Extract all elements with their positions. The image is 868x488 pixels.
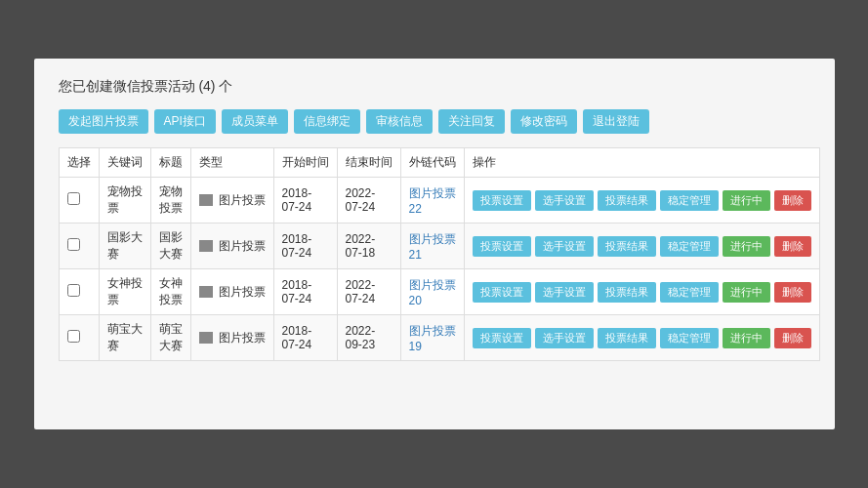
table-header-cell: 标题 (150, 148, 190, 178)
main-container: 您已创建微信投票活动 (4) 个 发起图片投票API接口成员菜单信息绑定审核信息… (34, 59, 835, 429)
toolbar-btn-api[interactable]: API接口 (154, 109, 216, 134)
delete-button[interactable]: 删除 (774, 328, 811, 348)
action-btn-2[interactable]: 投票结果 (598, 282, 656, 303)
row-checkbox-cell (59, 315, 99, 361)
page-title: 您已创建微信投票活动 (4) 个 (59, 78, 810, 96)
action-btn-3[interactable]: 稳定管理 (660, 328, 719, 348)
action-btn-3[interactable]: 稳定管理 (660, 282, 719, 303)
row-title: 女神投票 (150, 269, 190, 315)
image-icon (199, 286, 213, 298)
row-keyword: 女神投票 (99, 269, 150, 315)
votes-table: 选择关键词标题类型开始时间结束时间外链代码操作 宠物投票宠物投票图片投票2018… (59, 147, 820, 361)
external-link[interactable]: 图片投票21 (409, 232, 456, 262)
row-title: 宠物投票 (150, 178, 190, 224)
delete-button[interactable]: 删除 (774, 282, 811, 303)
row-type: 图片投票 (190, 269, 273, 315)
action-btn-1[interactable]: 选手设置 (535, 190, 594, 211)
delete-button[interactable]: 删除 (774, 190, 811, 211)
table-header-cell: 选择 (59, 148, 99, 178)
row-actions: 投票设置选手设置投票结果稳定管理进行中删除 (464, 315, 819, 361)
row-start-date: 2018-07-24 (273, 224, 337, 269)
status-running-button[interactable]: 进行中 (723, 190, 770, 211)
row-link: 图片投票20 (400, 269, 464, 315)
row-end-date: 2022-09-23 (337, 315, 400, 361)
external-link[interactable]: 图片投票20 (409, 278, 456, 307)
table-row: 萌宝大赛萌宝大赛图片投票2018-07-242022-09-23图片投票19投票… (59, 315, 819, 361)
row-checkbox-cell (59, 269, 99, 315)
table-row: 国影大赛国影大赛图片投票2018-07-242022-07-18图片投票21投票… (59, 224, 819, 269)
row-actions: 投票设置选手设置投票结果稳定管理进行中删除 (464, 178, 819, 224)
row-start-date: 2018-07-24 (273, 178, 337, 224)
row-actions: 投票设置选手设置投票结果稳定管理进行中删除 (464, 269, 819, 315)
action-btn-1[interactable]: 选手设置 (535, 282, 594, 303)
action-btn-2[interactable]: 投票结果 (598, 190, 656, 211)
action-btn-0[interactable]: 投票设置 (473, 282, 531, 303)
row-end-date: 2022-07-24 (337, 178, 400, 224)
image-icon (199, 240, 213, 252)
row-checkbox[interactable] (67, 192, 80, 205)
toolbar-btn-logout[interactable]: 退出登陆 (583, 109, 649, 134)
status-running-button[interactable]: 进行中 (723, 236, 770, 257)
status-running-button[interactable]: 进行中 (723, 282, 770, 303)
action-btn-2[interactable]: 投票结果 (598, 328, 656, 348)
toolbar: 发起图片投票API接口成员菜单信息绑定审核信息关注回复修改密码退出登陆 (59, 109, 810, 134)
row-start-date: 2018-07-24 (273, 269, 337, 315)
type-label: 图片投票 (219, 284, 266, 301)
row-keyword: 国影大赛 (99, 224, 150, 269)
delete-button[interactable]: 删除 (774, 236, 811, 257)
toolbar-btn-create-vote[interactable]: 发起图片投票 (59, 109, 148, 134)
table-header-cell: 开始时间 (273, 148, 337, 178)
row-keyword: 萌宝大赛 (99, 315, 150, 361)
row-checkbox[interactable] (67, 238, 80, 251)
table-header-cell: 外链代码 (400, 148, 464, 178)
row-link: 图片投票22 (400, 178, 464, 224)
table-header-cell: 类型 (190, 148, 273, 178)
row-type: 图片投票 (190, 224, 273, 269)
action-btn-3[interactable]: 稳定管理 (660, 190, 719, 211)
row-checkbox-cell (59, 224, 99, 269)
external-link[interactable]: 图片投票19 (409, 324, 456, 353)
row-end-date: 2022-07-24 (337, 269, 400, 315)
action-btn-0[interactable]: 投票设置 (473, 236, 531, 257)
action-btn-0[interactable]: 投票设置 (473, 328, 531, 348)
row-type: 图片投票 (190, 178, 273, 224)
image-icon (199, 332, 213, 344)
row-title: 国影大赛 (150, 224, 190, 269)
toolbar-btn-bind[interactable]: 信息绑定 (294, 109, 360, 134)
row-checkbox-cell (59, 178, 99, 224)
table-header-cell: 操作 (464, 148, 819, 178)
row-link: 图片投票19 (400, 315, 464, 361)
type-label: 图片投票 (219, 192, 266, 209)
toolbar-btn-review[interactable]: 审核信息 (366, 109, 433, 134)
type-label: 图片投票 (219, 238, 266, 255)
table-body: 宠物投票宠物投票图片投票2018-07-242022-07-24图片投票22投票… (59, 178, 819, 361)
table-row: 宠物投票宠物投票图片投票2018-07-242022-07-24图片投票22投票… (59, 178, 819, 224)
row-link: 图片投票21 (400, 224, 464, 269)
toolbar-btn-menu[interactable]: 成员菜单 (222, 109, 288, 134)
row-checkbox[interactable] (67, 330, 80, 343)
row-start-date: 2018-07-24 (273, 315, 337, 361)
table-header-cell: 结束时间 (337, 148, 400, 178)
action-btn-1[interactable]: 选手设置 (535, 328, 594, 348)
row-end-date: 2022-07-18 (337, 224, 400, 269)
table-header-cell: 关键词 (99, 148, 150, 178)
row-keyword: 宠物投票 (99, 178, 150, 224)
action-btn-3[interactable]: 稳定管理 (660, 236, 719, 257)
action-btn-1[interactable]: 选手设置 (535, 236, 594, 257)
table-row: 女神投票女神投票图片投票2018-07-242022-07-24图片投票20投票… (59, 269, 819, 315)
toolbar-btn-reply[interactable]: 关注回复 (438, 109, 505, 134)
action-btn-2[interactable]: 投票结果 (598, 236, 656, 257)
status-running-button[interactable]: 进行中 (723, 328, 770, 348)
action-btn-0[interactable]: 投票设置 (473, 190, 531, 211)
row-actions: 投票设置选手设置投票结果稳定管理进行中删除 (464, 224, 819, 269)
type-label: 图片投票 (219, 330, 266, 346)
toolbar-btn-password[interactable]: 修改密码 (511, 109, 577, 134)
external-link[interactable]: 图片投票22 (409, 186, 456, 216)
table-header-row: 选择关键词标题类型开始时间结束时间外链代码操作 (59, 148, 819, 178)
image-icon (199, 194, 213, 206)
row-type: 图片投票 (190, 315, 273, 361)
row-checkbox[interactable] (67, 284, 80, 297)
row-title: 萌宝大赛 (150, 315, 190, 361)
